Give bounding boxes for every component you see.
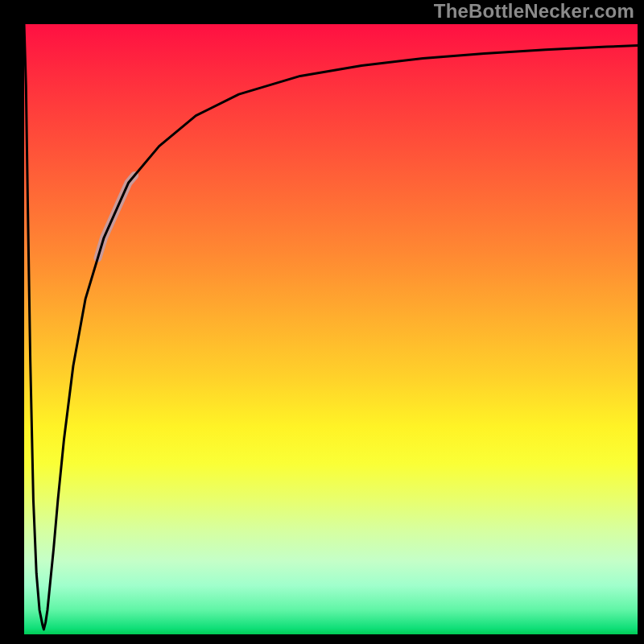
- chart-frame: TheBottleNecker.com: [0, 0, 644, 644]
- curve-layer: [24, 24, 638, 634]
- watermark-label: TheBottleNecker.com: [434, 0, 634, 23]
- highlight-stripe: [97, 175, 134, 258]
- bottleneck-curve: [24, 24, 638, 630]
